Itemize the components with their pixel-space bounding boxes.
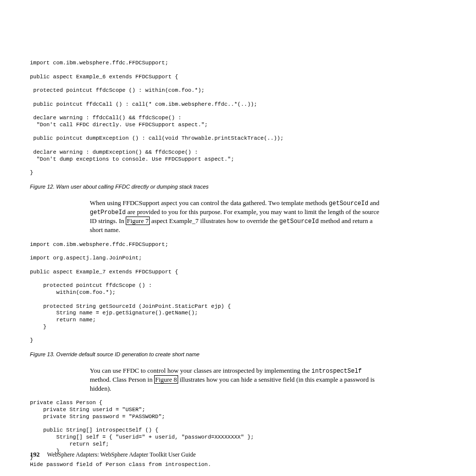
page-footer: 192 WebSphere Adapters: WebSphere Adapte…: [30, 451, 196, 459]
figure-link-8[interactable]: Figure 8: [154, 375, 178, 384]
figure-caption-13: Figure 13. Override default source ID ge…: [30, 351, 446, 357]
footer-text: WebSphere Adapters: WebSphere Adapter To…: [47, 451, 196, 458]
figure-link-7[interactable]: Figure 7: [126, 217, 150, 225]
inline-code: introspectSelf: [311, 368, 362, 375]
text-run: and: [368, 199, 379, 207]
inline-code: getProbeId: [90, 209, 126, 216]
text-run: aspect Example_7 illustrates how to over…: [150, 217, 279, 225]
inline-code: getSourceId: [329, 200, 368, 207]
text-run: When using FFDCSupport aspect you can co…: [90, 199, 329, 207]
text-run: method. Class Person in: [90, 376, 154, 383]
body-paragraph-2: You can use FFDC to control how your cla…: [90, 366, 384, 393]
text-run: You can use FFDC to control how your cla…: [90, 367, 311, 374]
page-number: 192: [30, 451, 40, 458]
figure-caption-12: Figure 12. Warn user about calling FFDC …: [30, 184, 446, 190]
code-block-2: import com.ibm.websphere.ffdc.FFDCSuppor…: [30, 241, 446, 344]
code-block-1: import com.ibm.websphere.ffdc.FFDCSuppor…: [30, 60, 446, 177]
document-page: import com.ibm.websphere.ffdc.FFDCSuppor…: [0, 0, 476, 476]
inline-code: getSourceId: [279, 218, 319, 225]
body-paragraph-1: When using FFDCSupport aspect you can co…: [90, 199, 384, 235]
